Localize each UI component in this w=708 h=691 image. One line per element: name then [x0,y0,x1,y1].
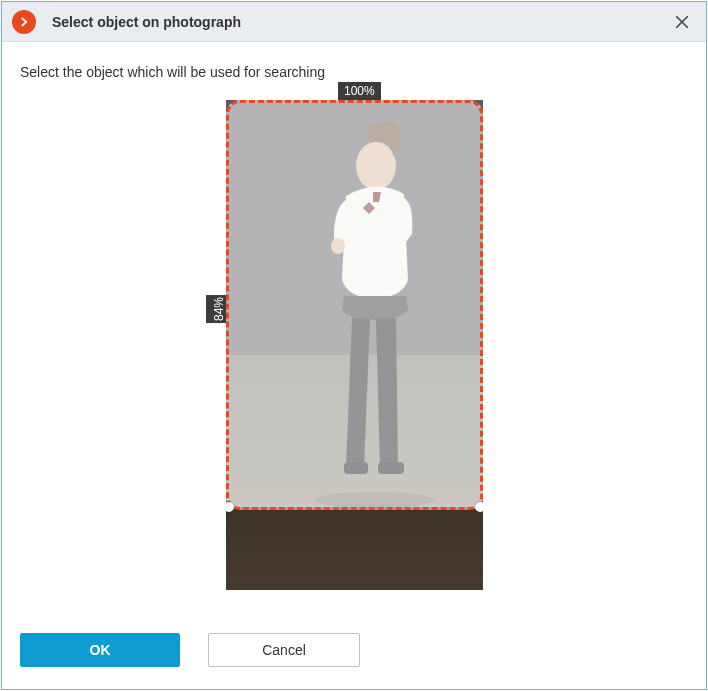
dialog-title: Select object on photograph [52,14,241,30]
instruction-text: Select the object which will be used for… [20,64,688,80]
cancel-button[interactable]: Cancel [208,633,360,667]
titlebar: Select object on photograph [2,2,706,42]
svg-point-0 [18,15,31,28]
dialog-select-object: Select object on photograph Select the o… [1,1,707,690]
chevron-right-circle-icon [17,15,31,29]
close-icon [675,15,689,29]
close-button[interactable] [668,8,696,36]
ok-button[interactable]: OK [20,633,180,667]
selection-width-label: 100% [338,82,381,100]
footer: OK Cancel [2,623,706,689]
content-area: Select the object which will be used for… [2,42,706,623]
photograph[interactable] [226,100,483,590]
app-icon [12,10,36,34]
selection-box[interactable] [226,100,483,510]
image-stage: 100% 84% [20,90,688,610]
selection-handle-bottom-right[interactable] [475,502,483,512]
